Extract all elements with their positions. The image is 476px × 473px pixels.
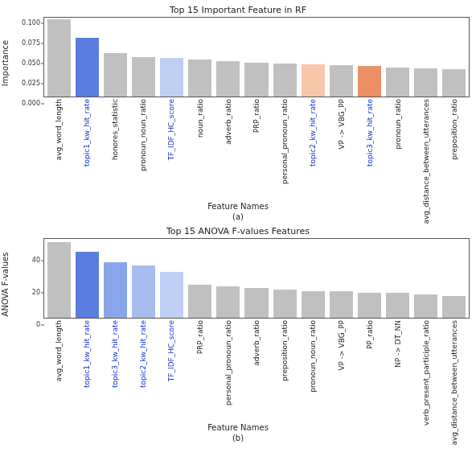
chart-a-title: Top 15 Important Feature in RF — [0, 5, 476, 15]
x-tick-label: topic3_kw_hit_rate — [366, 99, 374, 167]
bar — [414, 68, 437, 97]
chart-b-plot — [43, 238, 470, 319]
x-tick-label: avg_distance_between_utterances — [422, 99, 430, 224]
x-tick-label: preposition_ratio — [281, 320, 289, 381]
bar — [442, 69, 466, 97]
x-tick-label: personal_pronoun_ratio — [281, 99, 289, 184]
chart-b-yticks: 02040 — [0, 244, 43, 324]
x-tick-label: preposition_ratio — [450, 99, 458, 160]
y-tick: 0.050 — [22, 60, 40, 67]
panel-a: Top 15 Important Feature in RF Importanc… — [0, 5, 476, 221]
chart-a-bars — [44, 18, 469, 97]
bar — [244, 288, 268, 318]
x-tick-label: PRP_ratio — [196, 320, 204, 354]
bar — [358, 293, 381, 318]
bar — [216, 286, 240, 318]
y-tick: 0 — [36, 321, 40, 328]
chart-b-xticks: avg_word_lengthtopic1_kw_hit_ratetopic3_… — [43, 319, 470, 423]
x-tick-label: VP -> VBG_PP — [338, 99, 346, 150]
x-tick-label: avg_distance_between_utterances — [450, 320, 458, 446]
chart-a-yticks: 0.0000.0250.0500.0750.100 — [0, 23, 43, 103]
x-tick-label: avg_word_length — [55, 320, 63, 381]
bar — [104, 262, 127, 318]
y-tick: 0.000 — [22, 100, 40, 107]
bar — [302, 64, 325, 97]
bar — [442, 296, 466, 318]
bar — [160, 272, 183, 318]
x-tick-label: pronoun_ratio — [394, 99, 402, 150]
x-tick-label: honores_statistic — [111, 99, 119, 160]
bar — [47, 242, 71, 318]
chart-b-sublabel: (b) — [0, 434, 476, 442]
x-tick-label: PRP_ratio — [252, 99, 261, 133]
x-tick-label: topic1_kw_hit_rate — [83, 320, 91, 388]
bar — [76, 38, 99, 97]
x-tick-label: topic2_kw_hit_rate — [139, 320, 147, 388]
chart-b-xlabel: Feature Names — [0, 423, 476, 432]
x-tick-label: pronoun_noun_ratio — [139, 99, 147, 171]
chart-b-bars — [44, 239, 469, 318]
x-tick-label: topic1_kw_hit_rate — [83, 99, 91, 167]
bar — [302, 291, 325, 318]
bar — [414, 294, 437, 318]
x-tick-label: adverb_ratio — [252, 320, 261, 366]
x-tick-label: TF_IDF_HC_score — [167, 320, 175, 381]
x-tick-label: noun_ratio — [196, 99, 204, 138]
x-tick-label: avg_word_length — [55, 99, 63, 160]
bar — [188, 60, 211, 97]
x-tick-label: TF_IDF_HC_score — [167, 99, 175, 160]
chart-a-sublabel: (a) — [0, 212, 476, 221]
bar — [358, 66, 381, 97]
x-tick-label: topic2_kw_hit_rate — [309, 99, 317, 167]
x-tick-label: VP -> VBG_PP — [338, 320, 346, 371]
x-tick-label: NP -> DT_NN — [394, 320, 402, 368]
bar — [132, 265, 155, 318]
bar — [386, 68, 409, 97]
bar — [160, 58, 183, 97]
bar — [188, 285, 211, 318]
chart-a-plot — [43, 17, 470, 97]
panel-b: Top 15 ANOVA F-values Features ANOVA F-v… — [0, 226, 476, 442]
chart-a-xticks: avg_word_lengthtopic1_kw_hit_ratehonores… — [43, 97, 470, 202]
x-tick-label: pronoun_noun_ratio — [309, 320, 317, 393]
bar — [216, 61, 240, 97]
bar — [386, 293, 409, 318]
x-tick-label: personal_pronoun_ratio — [224, 320, 232, 405]
chart-b-title: Top 15 ANOVA F-values Features — [0, 226, 476, 236]
x-tick-label: adverb_ratio — [224, 99, 232, 145]
y-tick: 40 — [32, 257, 40, 264]
bar — [330, 291, 353, 318]
bar — [47, 19, 71, 97]
bar — [132, 57, 155, 97]
x-tick-label: topic3_kw_hit_rate — [111, 320, 119, 388]
y-tick: 0.075 — [22, 39, 40, 47]
bar — [330, 65, 353, 97]
y-tick: 0.100 — [22, 19, 40, 27]
bar — [244, 63, 268, 97]
y-tick: 0.025 — [22, 80, 40, 87]
bar — [273, 64, 297, 97]
x-tick-label: verb_present_participle_ratio — [422, 320, 430, 426]
bar — [104, 53, 127, 97]
y-tick: 20 — [32, 289, 40, 296]
bar — [273, 290, 297, 318]
x-tick-label: PP_ratio — [366, 320, 374, 349]
bar — [76, 252, 99, 318]
chart-a-xlabel: Feature Names — [0, 202, 476, 211]
